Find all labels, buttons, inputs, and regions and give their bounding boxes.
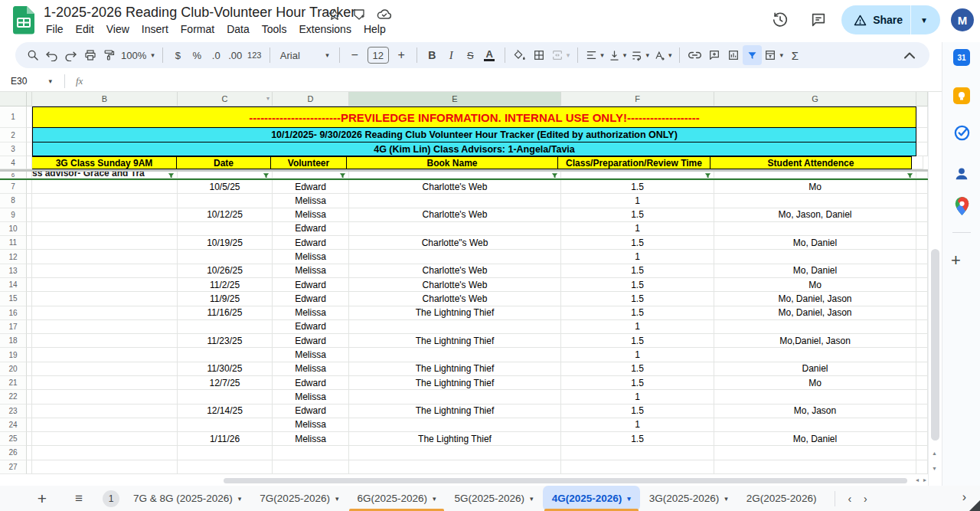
row-header-4[interactable]: 4 (0, 156, 27, 169)
sheet-cell[interactable] (349, 446, 561, 460)
menu-edit[interactable]: Edit (70, 21, 100, 37)
vertical-scrollbar[interactable]: ▲ ▼ (928, 92, 942, 486)
sheet-tab-5g-2025-2026-[interactable]: 5G(2025-2026)▾ (446, 486, 543, 511)
sheet-cell[interactable]: 1.5 (561, 292, 714, 306)
sheet-cell[interactable]: The Lightning Thief (349, 376, 561, 390)
sheet-cell[interactable]: Mo, Daniel (714, 264, 916, 278)
sheet-cell[interactable]: 11/23/25 (178, 334, 273, 348)
sheet-cell[interactable] (27, 418, 32, 432)
menu-tools[interactable]: Tools (256, 21, 293, 37)
sheet-tab-dropdown-icon[interactable]: ▾ (433, 495, 436, 503)
filter-header-cell[interactable]: ss advisor- Grace and Tra (32, 172, 178, 179)
sheet-cell[interactable] (27, 376, 32, 390)
sheet-cell[interactable] (27, 236, 32, 250)
sheet-cell[interactable] (916, 264, 928, 278)
row-header-6[interactable]: 6 (0, 172, 27, 179)
sheet-cell[interactable]: Melissa (273, 194, 349, 208)
menu-extensions[interactable]: Extensions (292, 21, 357, 37)
filter-funnel-icon[interactable] (168, 172, 175, 179)
sheet-cell[interactable] (32, 292, 178, 306)
menu-file[interactable]: File (40, 21, 70, 37)
sheet-cell[interactable] (27, 250, 32, 264)
sheet-cell[interactable] (32, 250, 178, 264)
sheet-cell[interactable]: 1.5 (561, 432, 714, 446)
sheet-cell[interactable]: Melissa (273, 208, 349, 222)
sheet-cell[interactable] (32, 460, 178, 474)
row-header-19[interactable]: 19 (0, 348, 27, 362)
sheet-cell[interactable]: Melissa (273, 348, 349, 362)
sheet-cell[interactable] (32, 362, 178, 376)
row-header-11[interactable]: 11 (0, 236, 27, 250)
undo-icon[interactable] (42, 45, 61, 65)
column-header-G[interactable]: G (714, 92, 916, 106)
sheet-cell[interactable]: 1.5 (561, 376, 714, 390)
sheet-cell[interactable]: Mo, Jason, Daniel (714, 208, 916, 222)
sheet-cell[interactable]: 1 (561, 348, 714, 362)
sheet-cell[interactable] (32, 446, 178, 460)
sheet-cell[interactable]: Mo, Jason (714, 405, 916, 418)
sheet-cell[interactable]: Mo, Daniel, Jason (714, 306, 916, 320)
sheet-cell[interactable] (178, 222, 273, 236)
banner-class-advisors[interactable]: 4G (Kim Lin) Class Advisors: 1-Angela/Ta… (32, 142, 916, 156)
menu-insert[interactable]: Insert (136, 21, 175, 37)
sheet-cell[interactable]: Edward (273, 334, 349, 348)
sheet-cell[interactable]: 1 (561, 222, 714, 236)
sheet-cell[interactable] (27, 278, 32, 292)
sheet-cell[interactable]: 1/11/26 (178, 432, 273, 446)
sheet-cell[interactable] (916, 348, 928, 362)
column-header-E[interactable]: E (349, 92, 561, 106)
cell-A6[interactable] (27, 172, 32, 179)
scroll-down-icon[interactable]: ▼ (932, 466, 937, 471)
table-header-class-preparation-review-time[interactable]: Class/Preparation/Review Time (557, 156, 710, 169)
sheet-cell[interactable]: Edward (273, 292, 349, 306)
row-header-25[interactable]: 25 (0, 432, 27, 446)
row-header-20[interactable]: 20 (0, 362, 27, 376)
sheet-cell[interactable] (178, 418, 273, 432)
table-header-3g-class-sunday-9am[interactable]: 3G Class Sunday 9AM (31, 156, 177, 169)
sheet-cell[interactable]: 1 (561, 320, 714, 334)
sheet-cell[interactable]: 11/16/25 (178, 306, 273, 320)
sheet-cell[interactable]: 1 (561, 250, 714, 264)
filter-views-button[interactable]: ▾ (762, 45, 786, 65)
sheet-cell[interactable] (178, 348, 273, 362)
sheet-cell[interactable] (32, 236, 178, 250)
row-header-17[interactable]: 17 (0, 320, 27, 334)
sheet-tab-6g-2025-2026-[interactable]: 6G(2025-2026)▾ (348, 486, 445, 511)
row-header-9[interactable]: 9 (0, 208, 27, 222)
sheet-cell[interactable]: The Lightning Thief (349, 306, 561, 320)
number-format-button[interactable]: 123 (245, 45, 264, 65)
sheet-tab-2g-2025-2026-[interactable]: 2G(2025-2026) (737, 486, 826, 511)
sheet-cell[interactable] (714, 348, 916, 362)
sheet-cell[interactable] (349, 418, 561, 432)
table-header-student-attendence[interactable]: Student Attendence (710, 156, 912, 169)
vertical-scrollbar-thumb[interactable] (931, 249, 939, 441)
insert-link-button[interactable] (685, 45, 704, 65)
sheet-cell[interactable] (27, 446, 32, 460)
sheet-cell[interactable]: 1.5 (561, 334, 714, 348)
row-header-18[interactable]: 18 (0, 334, 27, 348)
column-dropdown-icon[interactable]: ▾ (266, 95, 270, 102)
banner-tracker-title[interactable]: 10/1/2025- 9/30/2026 Reading Club Volunt… (32, 128, 916, 142)
cell-H6[interactable] (916, 172, 928, 179)
horizontal-scrollbar[interactable]: ◂▸ (0, 476, 928, 486)
sheet-cell[interactable]: 1 (561, 390, 714, 404)
row-header-27[interactable]: 27 (0, 460, 27, 474)
italic-button[interactable]: I (442, 45, 461, 65)
sheet-cell[interactable]: Mo (714, 376, 916, 390)
row-header-22[interactable]: 22 (0, 390, 27, 404)
sheet-cell[interactable] (27, 222, 32, 236)
sheet-cell[interactable]: Edward (273, 278, 349, 292)
column-header-partial[interactable] (916, 92, 928, 106)
sheet-cell[interactable] (32, 264, 178, 278)
functions-button[interactable]: Σ (786, 45, 805, 65)
sheet-cell[interactable] (32, 418, 178, 432)
sheet-cell[interactable] (349, 390, 561, 404)
sheet-cell[interactable]: The Lightning Thief (349, 362, 561, 376)
fill-color-button[interactable] (511, 45, 530, 65)
row-header-16[interactable]: 16 (0, 306, 27, 320)
sheet-cell[interactable] (714, 390, 916, 404)
menu-format[interactable]: Format (175, 21, 220, 37)
sheet-cell[interactable] (561, 460, 714, 474)
sheet-cell[interactable]: 10/12/25 (178, 208, 273, 222)
row-header-23[interactable]: 23 (0, 405, 27, 418)
